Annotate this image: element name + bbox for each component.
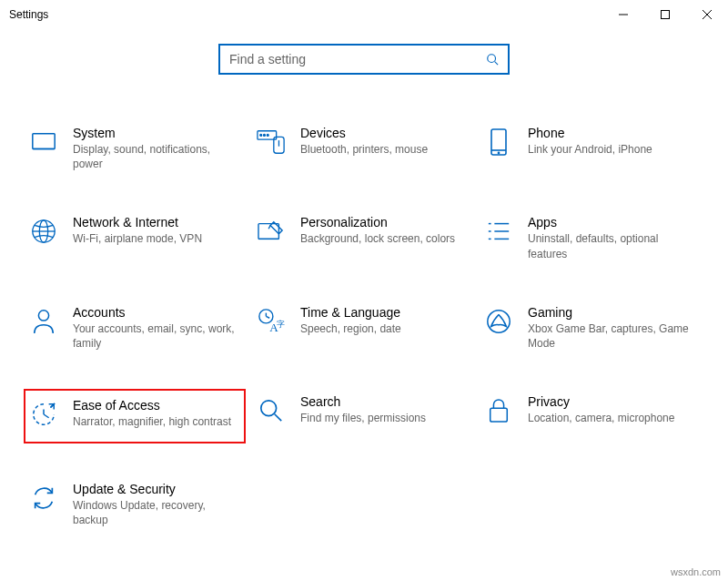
svg-line-31 <box>266 316 269 318</box>
svg-line-38 <box>275 414 281 421</box>
tile-title: Ease of Access <box>73 398 233 413</box>
accounts-icon <box>27 305 60 338</box>
tile-desc: Link your Android, iPhone <box>528 142 690 157</box>
svg-line-5 <box>495 62 499 66</box>
tile-title: Phone <box>528 126 690 140</box>
ease-of-access-icon <box>27 398 60 431</box>
tile-devices[interactable]: Devices Bluetooth, printers, mouse <box>255 120 473 177</box>
tile-desc: Display, sound, notifications, power <box>73 142 235 171</box>
tile-gaming[interactable]: Gaming Xbox Game Bar, captures, Game Mod… <box>482 300 701 356</box>
svg-point-28 <box>38 311 48 321</box>
minimize-button[interactable] <box>602 0 644 29</box>
search-input[interactable] <box>229 52 486 66</box>
svg-rect-1 <box>662 11 670 19</box>
tile-personalization[interactable]: Personalization Background, lock screen,… <box>255 209 473 266</box>
search-box[interactable] <box>218 44 510 75</box>
tile-ease-of-access[interactable]: Ease of Access Narrator, magnifier, high… <box>24 389 246 443</box>
tile-phone[interactable]: Phone Link your Android, iPhone <box>482 120 701 177</box>
phone-icon <box>482 126 515 158</box>
devices-icon <box>255 126 288 158</box>
tile-title: System <box>73 126 235 140</box>
globe-icon <box>27 215 60 248</box>
search-container <box>0 44 728 75</box>
svg-rect-6 <box>33 134 55 149</box>
system-icon <box>27 126 60 158</box>
tile-search[interactable]: Search Find my files, permissions <box>255 389 473 443</box>
tile-desc: Narrator, magnifier, high contrast <box>73 414 233 429</box>
tile-desc: Your accounts, email, sync, work, family <box>73 321 235 351</box>
gaming-icon <box>482 305 515 338</box>
close-button[interactable] <box>686 0 728 29</box>
tile-desc: Uninstall, defaults, optional features <box>528 231 690 260</box>
tile-time[interactable]: A字 Time & Language Speech, region, date <box>255 300 473 356</box>
svg-point-4 <box>488 55 496 63</box>
svg-point-16 <box>498 152 499 153</box>
privacy-icon <box>482 394 515 427</box>
tile-desc: Wi-Fi, airplane mode, VPN <box>73 231 235 246</box>
watermark: wsxdn.com <box>671 566 721 577</box>
svg-rect-14 <box>491 129 506 155</box>
tile-title: Personalization <box>300 215 462 229</box>
tile-update[interactable]: Update & Security Windows Update, recove… <box>27 476 246 533</box>
tile-desc: Windows Update, recovery, backup <box>73 498 235 527</box>
tile-title: Devices <box>300 126 462 140</box>
tile-title: Accounts <box>73 305 235 320</box>
svg-point-11 <box>267 135 268 137</box>
tile-system[interactable]: System Display, sound, notifications, po… <box>27 120 246 177</box>
tile-desc: Bluetooth, printers, mouse <box>300 142 462 157</box>
update-icon <box>27 482 60 515</box>
tile-title: Network & Internet <box>73 215 235 229</box>
maximize-button[interactable] <box>644 0 686 29</box>
tile-title: Gaming <box>528 305 690 320</box>
svg-text:字: 字 <box>277 319 285 328</box>
tile-title: Update & Security <box>73 482 235 496</box>
tile-accounts[interactable]: Accounts Your accounts, email, sync, wor… <box>27 300 246 356</box>
svg-rect-39 <box>490 408 508 422</box>
svg-point-37 <box>261 401 277 416</box>
settings-grid: System Display, sound, notifications, po… <box>0 120 728 534</box>
personalization-icon <box>255 215 288 248</box>
tile-network[interactable]: Network & Internet Wi-Fi, airplane mode,… <box>27 209 246 266</box>
svg-line-36 <box>44 414 49 418</box>
apps-icon <box>482 215 515 248</box>
window-title: Settings <box>9 8 48 21</box>
svg-point-10 <box>264 135 266 137</box>
search-tile-icon <box>255 394 288 427</box>
tile-desc: Location, camera, microphone <box>528 411 690 425</box>
svg-point-34 <box>488 311 510 332</box>
tile-desc: Find my files, permissions <box>300 411 462 425</box>
tile-title: Apps <box>528 215 690 229</box>
tile-desc: Background, lock screen, colors <box>300 231 462 246</box>
tile-title: Time & Language <box>300 305 462 320</box>
tile-title: Search <box>300 394 462 409</box>
tile-desc: Xbox Game Bar, captures, Game Mode <box>528 321 690 351</box>
svg-point-9 <box>260 135 262 137</box>
search-icon <box>486 53 499 66</box>
tile-title: Privacy <box>528 394 690 409</box>
time-language-icon: A字 <box>255 305 288 338</box>
tile-apps[interactable]: Apps Uninstall, defaults, optional featu… <box>482 209 701 266</box>
tile-desc: Speech, region, date <box>300 321 462 336</box>
tile-privacy[interactable]: Privacy Location, camera, microphone <box>482 389 701 443</box>
window-controls <box>602 0 728 29</box>
